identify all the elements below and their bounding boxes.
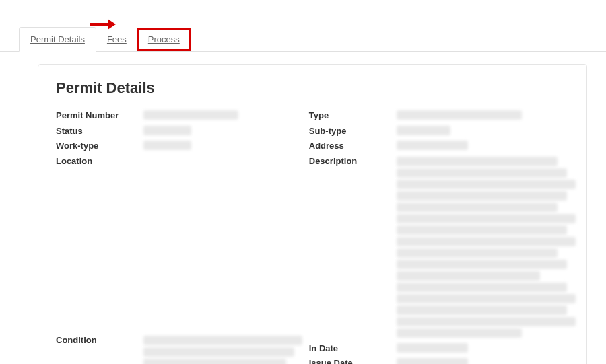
value-condition [143, 334, 302, 364]
right-column: Type Sub-type Address Description [309, 109, 576, 364]
value-type [397, 109, 576, 121]
label-location: Location [56, 155, 143, 168]
label-issue-date: Issue Date [309, 357, 397, 364]
label-work-type: Work-type [56, 139, 143, 153]
left-column: Permit Number Status Work-type Location [56, 109, 302, 364]
label-status: Status [56, 124, 143, 138]
tab-permit-details[interactable]: Permit Details [19, 27, 96, 52]
label-in-date: In Date [309, 342, 397, 355]
permit-details-panel: Permit Details Permit Number Status Work… [38, 64, 587, 364]
value-sub-type [397, 124, 576, 137]
value-work-type [143, 139, 302, 151]
value-issue-date [397, 357, 576, 364]
arrow-annotation [90, 17, 117, 31]
tabs-row: Permit Details Fees Process [0, 27, 606, 52]
label-description: Description [309, 155, 397, 168]
label-condition: Condition [56, 334, 143, 347]
value-in-date [397, 342, 576, 354]
value-description [397, 155, 576, 340]
value-permit-number [143, 109, 302, 121]
value-status [143, 124, 302, 137]
panel-title: Permit Details [56, 79, 569, 97]
label-sub-type: Sub-type [309, 124, 397, 138]
label-address: Address [309, 139, 397, 153]
label-type: Type [309, 109, 397, 122]
value-address [397, 139, 576, 151]
tab-process[interactable]: Process [137, 28, 191, 51]
label-permit-number: Permit Number [56, 109, 143, 122]
